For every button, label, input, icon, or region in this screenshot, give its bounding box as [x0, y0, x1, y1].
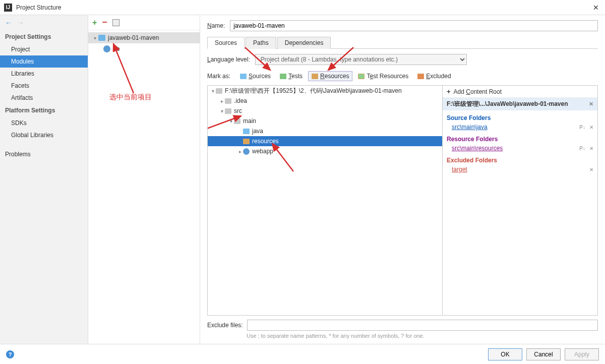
chevron-right-icon[interactable]: ▸	[237, 149, 243, 154]
exclude-hint: Use ; to separate name patterns, * for a…	[207, 333, 598, 339]
resource-folders-header: Resource Folders	[447, 136, 593, 143]
root-path-label: F:\班级管理\西开【19525】\2、代码\JavaWeb\javaweb-0…	[225, 87, 402, 95]
idea-label: .idea	[234, 97, 247, 104]
sidebar-item-modules[interactable]: Modules	[0, 55, 88, 68]
sidebar-item-artifacts[interactable]: Artifacts	[0, 92, 88, 104]
plus-icon[interactable]: +	[447, 88, 451, 95]
mark-sources-button[interactable]: Sources	[236, 71, 274, 81]
section-platform-settings: Platform Settings	[0, 104, 88, 117]
module-tree-child[interactable]: eb	[88, 43, 200, 54]
annotation-select-project: 选中当前项目	[109, 93, 152, 102]
exclude-files-input[interactable]	[247, 320, 598, 331]
window-title: Project Structure	[16, 4, 591, 11]
source-folder-path[interactable]: src\main\java	[452, 124, 488, 131]
sidebar-item-project[interactable]: Project	[0, 43, 88, 55]
sources-folder-icon	[240, 74, 247, 79]
chevron-down-icon[interactable]: ▾	[91, 35, 98, 41]
module-child-label: eb	[113, 45, 119, 52]
tree-resources-row[interactable]: resources	[208, 136, 442, 146]
mark-resources-button[interactable]: Resources	[308, 71, 352, 81]
section-project-settings: Project Settings	[0, 30, 88, 43]
properties-icon[interactable]: P↓	[579, 146, 585, 151]
folder-icon	[98, 35, 105, 41]
content-roots-panel: + Add Content Root F:\班级管理\...\JavaWeb\j…	[443, 85, 598, 316]
source-folders-tree[interactable]: ▾ F:\班级管理\西开【19525】\2、代码\JavaWeb\javaweb…	[207, 85, 443, 316]
ok-button[interactable]: OK	[488, 348, 522, 360]
module-root-label: javaweb-01-maven	[108, 34, 159, 41]
settings-sidebar: ← → Project Settings Project Modules Lib…	[0, 15, 88, 344]
mark-test-resources-button[interactable]: Test Resources	[354, 71, 412, 81]
chevron-down-icon[interactable]: ▾	[219, 108, 225, 114]
name-label: Name:	[207, 22, 225, 29]
main-label: main	[243, 117, 256, 125]
properties-icon[interactable]: P↓	[579, 125, 585, 130]
apply-button[interactable]: Apply	[565, 348, 599, 360]
tree-webapp-row[interactable]: ▸ webapp	[208, 146, 442, 156]
excluded-folders-header: Excluded Folders	[447, 157, 593, 164]
remove-icon[interactable]: ✕	[589, 146, 593, 151]
resources-folder-icon	[312, 74, 318, 79]
chevron-right-icon[interactable]: ▸	[219, 98, 225, 104]
remove-root-icon[interactable]: ✕	[589, 101, 593, 107]
content-root-row[interactable]: F:\班级管理\...\JavaWeb\javaweb-01-maven ✕	[443, 98, 597, 110]
sidebar-item-libraries[interactable]: Libraries	[0, 68, 88, 80]
module-tree-panel: + − ▾ javaweb-01-maven eb 选中当前项目	[88, 15, 200, 344]
nav-forward-icon: →	[17, 19, 24, 27]
dialog-footer: ? OK Cancel Apply	[0, 344, 605, 364]
mark-tests-button[interactable]: Tests	[276, 71, 306, 81]
language-level-select[interactable]: Project default (8 - Lambdas, type annot…	[255, 54, 467, 65]
resources-label: resources	[252, 138, 279, 145]
remove-icon[interactable]: ✕	[589, 167, 593, 172]
content-root-path: F:\班级管理\...\JavaWeb\javaweb-01-maven	[447, 100, 568, 108]
sidebar-item-facets[interactable]: Facets	[0, 80, 88, 92]
close-icon[interactable]: ✕	[591, 4, 601, 12]
app-icon: IJ	[4, 4, 12, 12]
folder-icon	[234, 118, 240, 124]
nav-back-icon[interactable]: ←	[5, 19, 12, 27]
mark-as-label: Mark as:	[207, 73, 230, 80]
source-folders-header: Source Folders	[447, 114, 593, 122]
tree-root-row[interactable]: ▾ F:\班级管理\西开【19525】\2、代码\JavaWeb\javaweb…	[208, 86, 442, 96]
web-folder-icon	[243, 148, 250, 155]
add-content-root-label[interactable]: Add Content Root	[454, 88, 502, 95]
excluded-folder-path[interactable]: target	[452, 166, 467, 173]
folder-icon	[225, 108, 231, 114]
language-level-label: Language level:	[207, 56, 250, 63]
remove-module-icon[interactable]: −	[102, 17, 107, 28]
tab-paths[interactable]: Paths	[246, 37, 276, 49]
tab-sources[interactable]: Sources	[207, 37, 245, 49]
mark-as-row: Mark as: Sources Tests Resources Test Re…	[207, 71, 598, 81]
copy-module-icon[interactable]	[112, 19, 119, 26]
java-label: java	[252, 128, 263, 135]
tree-src-row[interactable]: ▾ src	[208, 106, 442, 116]
content-panel: Name: Sources Paths Dependencies Languag…	[200, 15, 605, 344]
excluded-folder-icon	[417, 74, 424, 79]
help-icon[interactable]: ?	[6, 350, 14, 358]
test-resources-folder-icon	[358, 74, 365, 79]
tree-idea-row[interactable]: ▸ .idea	[208, 96, 442, 106]
remove-icon[interactable]: ✕	[589, 125, 593, 130]
sidebar-item-sdks[interactable]: SDKs	[0, 117, 88, 129]
web-icon	[103, 45, 110, 52]
chevron-down-icon[interactable]: ▾	[228, 118, 234, 124]
resource-folder-path[interactable]: src\main\resources	[452, 145, 503, 152]
cancel-button[interactable]: Cancel	[526, 348, 561, 360]
tree-java-row[interactable]: java	[208, 126, 442, 136]
module-tree-root[interactable]: ▾ javaweb-01-maven	[88, 32, 200, 43]
sidebar-item-global-libraries[interactable]: Global Libraries	[0, 129, 88, 141]
module-name-input[interactable]	[230, 20, 598, 31]
titlebar: IJ Project Structure ✕	[0, 0, 605, 15]
sources-folder-icon	[243, 129, 250, 134]
tree-main-row[interactable]: ▾ main	[208, 116, 442, 126]
add-module-icon[interactable]: +	[92, 18, 97, 27]
folder-icon	[216, 88, 222, 94]
tab-dependencies[interactable]: Dependencies	[277, 37, 331, 49]
webapp-label: webapp	[252, 148, 273, 155]
folder-icon	[225, 98, 231, 104]
sidebar-item-problems[interactable]: Problems	[0, 148, 88, 160]
mark-excluded-button[interactable]: Excluded	[414, 71, 454, 81]
exclude-files-label: Exclude files:	[207, 322, 243, 329]
chevron-down-icon[interactable]: ▾	[210, 88, 216, 94]
tests-folder-icon	[280, 74, 286, 79]
src-label: src	[234, 107, 242, 114]
